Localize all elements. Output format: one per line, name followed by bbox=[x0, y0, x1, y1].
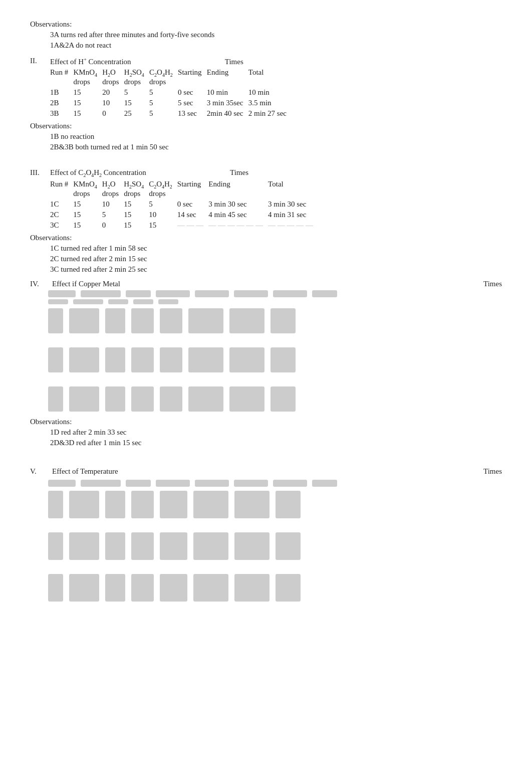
table-row: 1B 15 20 5 5 0 sec 10 min 10 min bbox=[30, 87, 292, 98]
row1b-run: 1B bbox=[50, 87, 73, 98]
row3c-total: — — — — — bbox=[268, 220, 318, 231]
col3-starting: Starting bbox=[177, 179, 209, 199]
row1b-ending: 10 min bbox=[207, 87, 248, 98]
row2b-h2so4: 15 bbox=[124, 98, 149, 108]
col-starting: Starting bbox=[178, 67, 207, 87]
col3-h2so4: H2SO4drops bbox=[124, 179, 149, 199]
section5-roman: V. bbox=[30, 467, 48, 476]
row2c-run: 2C bbox=[50, 210, 73, 220]
col3-ending: Ending bbox=[208, 179, 268, 199]
row1c-ending: 3 min 30 sec bbox=[208, 199, 268, 210]
row2c-h2o: 5 bbox=[102, 210, 124, 220]
col3-c2o4h2: C2O4H2drops bbox=[149, 179, 177, 199]
section3-times-label: Times bbox=[230, 168, 248, 176]
row1b-c2o4h2: 5 bbox=[149, 87, 178, 98]
row3c-h2so4: 15 bbox=[124, 220, 149, 231]
row2c-c2o4h2: 10 bbox=[149, 210, 177, 220]
section5-times-label: Times bbox=[483, 467, 502, 476]
row3c-starting: — — — bbox=[177, 220, 209, 231]
top-obs1: 3A turns red after three minutes and for… bbox=[50, 31, 502, 39]
row1c-kmno4: 15 bbox=[73, 199, 102, 210]
section2-times-label: Times bbox=[225, 58, 243, 66]
section4-blurred-table bbox=[48, 290, 502, 412]
row2b-ending: 3 min 35sec bbox=[207, 98, 248, 108]
col-kmno4: KMnO4drops bbox=[73, 67, 102, 87]
section4-observations-label: Observations: bbox=[30, 418, 502, 426]
col-ending: Ending bbox=[207, 67, 248, 87]
section4-obs1: 1D red after 2 min 33 sec bbox=[50, 428, 502, 437]
section3-title: Effect of C2O4H2 Concentration Times bbox=[50, 167, 268, 179]
col-h2so4: H2SO4drops bbox=[124, 67, 149, 87]
row1c-c2o4h2: 5 bbox=[149, 199, 177, 210]
table-row: 2C 15 5 15 10 14 sec 4 min 45 sec 4 min … bbox=[30, 210, 318, 220]
row3c-ending: — — — — — — bbox=[208, 220, 268, 231]
section4-title: Effect if Copper Metal bbox=[52, 280, 479, 288]
row2c-total: 4 min 31 sec bbox=[268, 210, 318, 220]
row2b-kmno4: 15 bbox=[73, 98, 102, 108]
row2b-c2o4h2: 5 bbox=[149, 98, 178, 108]
section4-obs2: 2D&3D red after 1 min 15 sec bbox=[50, 439, 502, 447]
row1b-h2so4: 5 bbox=[124, 87, 149, 98]
table-row: 3B 15 0 25 5 13 sec 2min 40 sec 2 min 27… bbox=[30, 108, 292, 119]
top-obs2: 1A&2A do not react bbox=[50, 41, 502, 50]
section2-observations-label: Observations: bbox=[30, 122, 502, 130]
row3b-run: 3B bbox=[50, 108, 73, 119]
row3b-kmno4: 15 bbox=[73, 108, 102, 119]
row1b-h2o: 20 bbox=[102, 87, 124, 98]
row2b-starting: 5 sec bbox=[178, 98, 207, 108]
row2b-h2o: 10 bbox=[102, 98, 124, 108]
row1b-starting: 0 sec bbox=[178, 87, 207, 98]
table-row: 2B 15 10 15 5 5 sec 3 min 35sec 3.5 min bbox=[30, 98, 292, 108]
row3c-c2o4h2: 15 bbox=[149, 220, 177, 231]
row2b-run: 2B bbox=[50, 98, 73, 108]
row1c-run: 1C bbox=[50, 199, 73, 210]
section2-obs2: 2B&3B both turned red at 1 min 50 sec bbox=[50, 143, 502, 151]
section4-times-label: Times bbox=[483, 280, 502, 288]
col-run: Run # bbox=[50, 67, 73, 87]
table-row: 3C 15 0 15 15 — — — — — — — — — — — — — … bbox=[30, 220, 318, 231]
top-observations-label: Observations: bbox=[30, 20, 502, 29]
row1b-kmno4: 15 bbox=[73, 87, 102, 98]
section3-obs1: 1C turned red after 1 min 58 sec bbox=[50, 244, 502, 253]
row3b-total: 2 min 27 sec bbox=[248, 108, 292, 119]
section3-obs3: 3C turned red after 2 min 25 sec bbox=[50, 265, 502, 274]
col-c2o4h2: C2O4H2drops bbox=[149, 67, 178, 87]
section3-observations-label: Observations: bbox=[30, 234, 502, 242]
row3c-h2o: 0 bbox=[102, 220, 124, 231]
col-h2o: H2Odrops bbox=[102, 67, 124, 87]
row3b-ending: 2min 40 sec bbox=[207, 108, 248, 119]
section2-title: Effect of H+ Concentration Times bbox=[50, 56, 248, 67]
section3-roman: III. bbox=[30, 167, 50, 179]
col3-h2o: H2Odrops bbox=[102, 179, 124, 199]
col-total: Total bbox=[248, 67, 292, 87]
section5-title: Effect of Temperature bbox=[52, 467, 479, 476]
row3b-c2o4h2: 5 bbox=[149, 108, 178, 119]
row1c-total: 3 min 30 sec bbox=[268, 199, 318, 210]
section2-obs1: 1B no reaction bbox=[50, 132, 502, 141]
row2b-total: 3.5 min bbox=[248, 98, 292, 108]
col3-total: Total bbox=[268, 179, 318, 199]
section5-blurred-table bbox=[48, 480, 502, 602]
row3b-starting: 13 sec bbox=[178, 108, 207, 119]
section2-roman: II. bbox=[30, 56, 50, 67]
row2c-ending: 4 min 45 sec bbox=[208, 210, 268, 220]
row3c-run: 3C bbox=[50, 220, 73, 231]
col3-run: Run # bbox=[50, 179, 73, 199]
row1b-total: 10 min bbox=[248, 87, 292, 98]
row1c-starting: 0 sec bbox=[177, 199, 209, 210]
row3b-h2o: 0 bbox=[102, 108, 124, 119]
row2c-kmno4: 15 bbox=[73, 210, 102, 220]
row1c-h2o: 10 bbox=[102, 199, 124, 210]
row1c-h2so4: 15 bbox=[124, 199, 149, 210]
section3-obs2: 2C turned red after 2 min 15 sec bbox=[50, 255, 502, 263]
row2c-starting: 14 sec bbox=[177, 210, 209, 220]
col3-kmno4: KMnO4drops bbox=[73, 179, 102, 199]
table-row: 1C 15 10 15 5 0 sec 3 min 30 sec 3 min 3… bbox=[30, 199, 318, 210]
row3c-kmno4: 15 bbox=[73, 220, 102, 231]
row2c-h2so4: 15 bbox=[124, 210, 149, 220]
section4-roman: IV. bbox=[30, 280, 48, 288]
row3b-h2so4: 25 bbox=[124, 108, 149, 119]
